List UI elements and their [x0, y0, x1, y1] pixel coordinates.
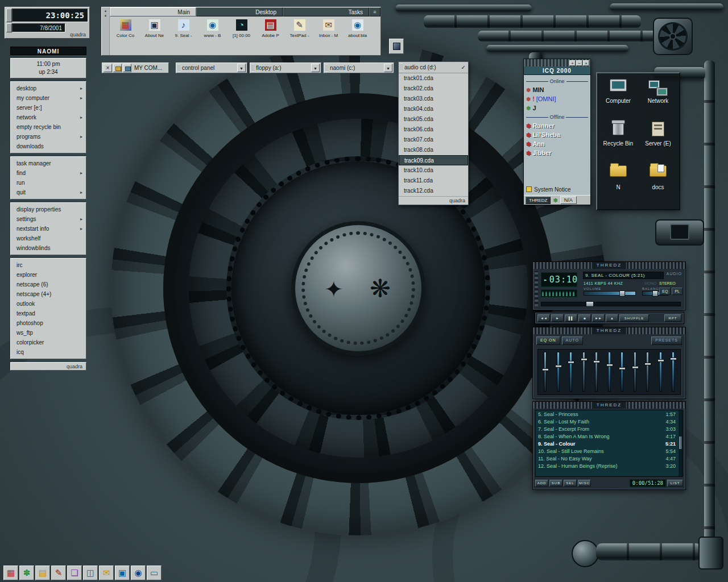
volume-slider[interactable]: VOLUME — [584, 287, 636, 296]
track-item[interactable]: track10.cda — [399, 165, 468, 176]
quick-icon-explorer[interactable]: ◫ — [83, 566, 98, 580]
combo-audio-cd[interactable]: audio cd (d:) ✓ — [399, 62, 468, 73]
quick-icon-textpad[interactable]: ✎ — [51, 566, 66, 580]
task-button-inbox[interactable]: ✉Inbox - M — [314, 19, 343, 38]
icq-status-flower-icon[interactable]: ✽ — [553, 197, 557, 203]
eq-band-slider[interactable] — [569, 352, 572, 392]
playlist-item[interactable]: 8. Seal - When A Man Is Wrong4:17 — [538, 434, 680, 441]
shuffle-button[interactable]: SHUFFLE — [619, 314, 649, 322]
computer-icon[interactable] — [123, 64, 131, 72]
icq-titlebar[interactable]: + − × — [524, 59, 590, 66]
equalizer-titlebar[interactable]: THREDZ — [533, 327, 685, 334]
tab-main[interactable]: Main — [110, 7, 196, 16]
menu-item-ws-ftp[interactable]: ws_ftp — [11, 328, 86, 338]
icon-server-e[interactable]: Server (E) — [638, 119, 678, 162]
menu-item-display-properties[interactable]: display properties — [11, 205, 86, 214]
menu-item-icq[interactable]: icq — [11, 347, 86, 357]
expand-button[interactable]: + — [569, 60, 576, 66]
track-item[interactable]: track12.cda — [399, 186, 468, 196]
track-title-marquee[interactable]: 9. SEAL - COLOUR (5:21) — [583, 272, 664, 279]
quick-icon-paint[interactable]: ▣ — [115, 566, 130, 580]
eq-band-slider[interactable] — [608, 352, 611, 392]
eq-band-slider[interactable] — [582, 352, 585, 392]
quick-icon-my-computer[interactable]: ▭ — [147, 566, 162, 580]
track-item[interactable]: track04.cda — [399, 104, 468, 114]
close-button[interactable]: × — [583, 60, 589, 66]
eq-auto-button[interactable]: AUTO — [562, 336, 583, 345]
icon-computer[interactable]: Computer — [598, 77, 638, 119]
toolbar-extra-button[interactable] — [389, 39, 404, 54]
menu-item-outlook[interactable]: outlook — [11, 299, 86, 309]
icon-folder-n[interactable]: N — [598, 162, 638, 206]
eq-band-slider[interactable] — [634, 352, 636, 392]
contact-ann[interactable]: ✽Ann — [526, 139, 588, 148]
menu-item-netscape4[interactable]: netscape (4+) — [11, 289, 86, 299]
menu-grip-icon[interactable]: ≡ — [369, 7, 380, 16]
track-item[interactable]: track06.cda — [399, 124, 468, 135]
menu-item-empty-recycle-bin[interactable]: empty recycle bin — [11, 122, 86, 132]
task-button-adobe[interactable]: ▤Adobe P — [256, 19, 285, 38]
minimize-button[interactable]: − — [576, 60, 582, 66]
toolbar-drag-handle[interactable]: ▴▴ — [102, 7, 110, 55]
playlist-titlebar[interactable]: THREDZ — [533, 402, 685, 409]
tab-desktop[interactable]: Desktop — [196, 7, 283, 16]
task-button-color[interactable]: ▦Color Co — [111, 19, 140, 38]
volume-handle[interactable] — [619, 290, 625, 297]
menu-item-textpad[interactable]: textpad — [11, 309, 86, 318]
quick-icon-downloads[interactable]: ▤ — [35, 566, 50, 580]
combo-control-panel[interactable]: control panel ▼ — [176, 63, 247, 73]
eq-band-slider[interactable] — [646, 352, 649, 392]
menu-item-colorpicker[interactable]: colorpicker — [11, 338, 86, 347]
pause-button[interactable]: ▌▌ — [565, 314, 577, 322]
track-item[interactable]: track11.cda — [399, 176, 468, 186]
contact-lilsheba[interactable]: ✽Lil'Sheba — [526, 130, 588, 139]
eq-toggle-button[interactable]: EQ — [659, 288, 671, 295]
menu-item-irc[interactable]: irc — [11, 260, 86, 270]
icon-folder-docs[interactable]: docs — [638, 162, 678, 206]
eq-band-slider[interactable] — [659, 352, 662, 392]
playlist-add-button[interactable]: ADD — [535, 480, 548, 487]
quick-icon-photoshop[interactable]: ❏ — [67, 566, 82, 580]
player-titlebar[interactable]: THREDZ — [533, 262, 685, 269]
combo-naomi-c[interactable]: naomi (c:) ▼ — [324, 63, 394, 73]
drag-grip[interactable] — [177, 64, 180, 72]
menu-item-programs[interactable]: programs▸ — [11, 132, 86, 142]
menu-item-photoshop[interactable]: photoshop — [11, 318, 86, 328]
eq-presets-button[interactable]: PRESETS — [651, 336, 682, 345]
seek-bar[interactable] — [541, 302, 681, 306]
menu-item-netscape6[interactable]: netscape (6) — [11, 280, 86, 289]
contact-omni[interactable]: ✽![OMNI] — [526, 94, 588, 103]
track-item-selected[interactable]: track09.cda — [399, 155, 468, 165]
icon-recycle-bin[interactable]: Recycle Bin — [598, 119, 638, 162]
close-icon[interactable]: × — [104, 64, 112, 72]
menu-item-find[interactable]: find▸ — [11, 168, 86, 178]
drag-grip[interactable] — [251, 64, 254, 72]
date-menu-button[interactable] — [6, 23, 12, 32]
menu-item-desktop[interactable]: desktop▸ — [11, 84, 86, 93]
menu-item-explorer[interactable]: explorer — [11, 270, 86, 280]
playlist-item[interactable]: 7. Seal - Excerpt From3:03 — [538, 426, 680, 434]
menu-item-server[interactable]: server [e:] — [11, 103, 86, 113]
task-button-aboutblank[interactable]: ◉about:bla — [343, 19, 372, 38]
track-item[interactable]: track05.cda — [399, 114, 468, 124]
playlist-misc-button[interactable]: MISC — [578, 480, 591, 487]
stop-button[interactable]: ■ — [578, 314, 591, 322]
contact-jibber[interactable]: ✽Jibber — [526, 148, 588, 157]
chevron-down-icon[interactable]: ▼ — [384, 64, 392, 72]
track-item[interactable]: track07.cda — [399, 135, 468, 145]
menu-item-windowblinds[interactable]: windowblinds — [11, 243, 86, 253]
folder-up-icon[interactable] — [113, 64, 122, 72]
clock-menu-button[interactable] — [6, 9, 12, 22]
quick-icon-netscape[interactable]: ◉ — [131, 566, 146, 580]
playlist-sel-button[interactable]: SEL — [564, 480, 577, 487]
track-item[interactable]: track02.cda — [399, 84, 468, 94]
menu-item-downloads[interactable]: downloads — [11, 142, 86, 151]
eq-band-slider[interactable] — [557, 352, 560, 392]
contact-j[interactable]: ✽J — [526, 103, 588, 113]
eq-band-slider[interactable] — [595, 352, 598, 392]
previous-button[interactable]: ◄◄ — [537, 314, 550, 322]
availability-label[interactable]: N/A — [560, 196, 577, 204]
next-button[interactable]: ►► — [592, 314, 605, 322]
menu-item-quit[interactable]: quit▸ — [11, 188, 86, 197]
playlist-sub-button[interactable]: SUB — [549, 480, 562, 487]
